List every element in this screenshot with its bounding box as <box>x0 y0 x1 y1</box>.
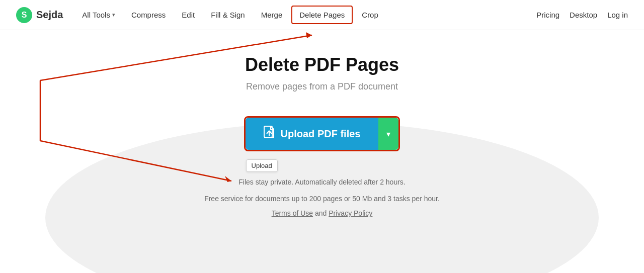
content-area: Delete PDF Pages Remove pages from a PDF… <box>0 54 644 217</box>
svg-marker-9 <box>306 32 312 38</box>
header-right: Pricing Desktop Log in <box>536 11 628 19</box>
upload-tooltip: Upload <box>246 159 278 172</box>
privacy-text-1: Files stay private. Automatically delete… <box>238 176 406 189</box>
nav-delete-pages[interactable]: Delete Pages <box>291 6 353 24</box>
nav-compress[interactable]: Compress <box>124 7 173 23</box>
nav-edit[interactable]: Edit <box>175 7 202 23</box>
chevron-down-icon: ▾ <box>112 12 115 18</box>
legal-links: Terms of Use and Privacy Policy <box>272 209 373 217</box>
dropdown-arrow-icon: ▾ <box>386 129 390 139</box>
logo-icon: S <box>16 7 32 23</box>
logo[interactable]: S Sejda <box>16 7 63 23</box>
header: S Sejda All Tools ▾ Compress Edit Fill &… <box>0 0 644 30</box>
nav-merge[interactable]: Merge <box>254 7 290 23</box>
nav-crop[interactable]: Crop <box>355 7 385 23</box>
page-subtitle: Remove pages from a PDF document <box>246 81 398 92</box>
logo-text: Sejda <box>36 9 63 21</box>
upload-file-icon <box>264 126 275 142</box>
login-link[interactable]: Log in <box>607 11 628 19</box>
page-title: Delete PDF Pages <box>245 54 399 75</box>
upload-button-container: Upload PDF files ▾ <box>244 116 400 151</box>
main-nav: All Tools ▾ Compress Edit Fill & Sign Me… <box>75 6 536 24</box>
privacy-text-2: Free service for documents up to 200 pag… <box>204 193 440 205</box>
nav-fill-sign[interactable]: Fill & Sign <box>204 7 252 23</box>
upload-pdf-button[interactable]: Upload PDF files <box>246 118 379 150</box>
privacy-link[interactable]: Privacy Policy <box>329 209 372 217</box>
terms-link[interactable]: Terms of Use <box>272 209 313 217</box>
pricing-link[interactable]: Pricing <box>536 11 559 19</box>
upload-dropdown-button[interactable]: ▾ <box>378 118 398 150</box>
main-content: Delete PDF Pages Remove pages from a PDF… <box>0 30 644 273</box>
nav-all-tools[interactable]: All Tools ▾ <box>75 7 122 23</box>
desktop-link[interactable]: Desktop <box>570 11 597 19</box>
